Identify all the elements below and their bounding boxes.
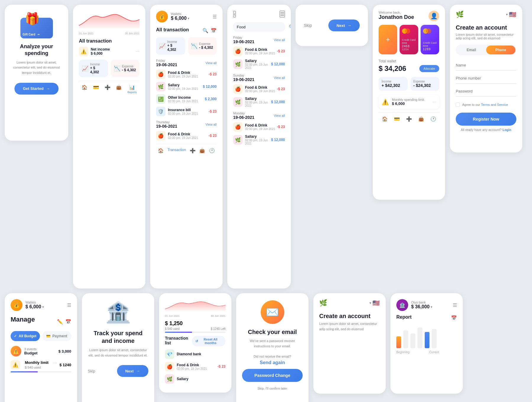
credit-card-1[interactable]: Credit Card •••• 2468 12/24 (400, 25, 418, 54)
income-summary-chip: 📈 Income + $ 4,302 (156, 37, 185, 55)
budget-left: $ 1240 Left (211, 327, 226, 330)
brand-header: 🌿 ▾ 🇺🇸 (456, 11, 516, 18)
all-budget-tab[interactable]: ✓ All Budget (11, 331, 40, 341)
credit-cards-row: + Credit Card •••• 2468 12/24 Credit Car… (379, 25, 439, 54)
reset-icon: ↺ (195, 339, 198, 343)
table-row: 🍎 Food & Drink 02:00 pm, 19 Jun 2021 -$ … (156, 131, 217, 140)
nav-home[interactable]: 🏠 (82, 85, 87, 94)
tab-phone[interactable]: Phone (486, 46, 516, 54)
nav-home-wallet[interactable]: 🏠 (382, 116, 388, 122)
filter-friday-header: Friday 19-06-2021 View all (233, 36, 285, 44)
search-input[interactable] (237, 25, 286, 29)
register2-desc: Lorem ipsum dolor sit amet, consectetur … (319, 321, 380, 332)
area-chart (79, 11, 140, 28)
nav-card-wallet[interactable]: 💳 (394, 116, 400, 122)
edit-button[interactable]: ✏️ (57, 319, 63, 325)
nav-clock[interactable]: 🕐 (209, 148, 215, 153)
send-again-button[interactable]: Send again (260, 360, 285, 365)
next-button[interactable]: Next → (328, 20, 360, 31)
warning-icon: ⚠️ (382, 98, 389, 106)
search-button[interactable]: 🔍 (202, 28, 208, 33)
nav-transaction[interactable]: Transaction (168, 148, 186, 153)
view-all-thursday[interactable]: View all (205, 123, 217, 126)
nav-wallet-wallet[interactable]: 👜 (418, 116, 424, 122)
report-calendar-button[interactable]: 📅 (451, 315, 457, 321)
monthly-more-icon[interactable]: ··· (53, 360, 57, 366)
name-field[interactable] (456, 60, 516, 71)
expense-stat-chip: Expense - $24,302 (411, 77, 439, 91)
check-email-panel: ✉️ Check your email We've sent a passwor… (236, 293, 309, 402)
filter-header: ‹ ☰ (233, 11, 285, 17)
nav-clock-wallet[interactable]: 🕐 (430, 116, 436, 122)
summary-row: 📈 Income + $ 4,302 📉 Expense - $ 4,302 (156, 37, 217, 55)
all-transactions-panel: 01 Jun 2021 30 Jun 2021 All transaction … (73, 5, 145, 288)
register2-title: Create an account (319, 313, 380, 320)
txn-list-header: All transaction (79, 38, 140, 44)
nav-add-2[interactable]: ➕ (190, 148, 196, 153)
card-icon: 💳 (93, 85, 99, 90)
food-drink-thu-icon: 🍎 (156, 131, 166, 140)
list-item: 🍎 Food & Drink 02:00 pm, 19 Jun 2021 -$ … (233, 84, 285, 94)
credit-card-2[interactable]: Credit Card •••• 1289 (421, 25, 439, 54)
total-wallet-section: Total wallet $ 34,206 Allocate (379, 59, 439, 73)
nav-add[interactable]: ➕ (105, 85, 111, 94)
thursday-header: Thursday 19-06-2021 View all (156, 120, 217, 129)
nav-reports[interactable]: 📊Reports (127, 85, 137, 94)
login-link[interactable]: Login (502, 128, 511, 132)
nav-wallet-2[interactable]: 👜 (199, 148, 205, 153)
expense-chip: 📉 Expense - $ 4,302 (111, 60, 140, 77)
phone-field[interactable] (456, 73, 516, 84)
full-transactions-panel: 💰 Wallets $ 6,000 ▾ ☰ All transaction 🔍 … (150, 5, 223, 288)
manage-calendar-button[interactable]: 📅 (65, 319, 71, 325)
get-started-button[interactable]: Get Started → (14, 83, 58, 95)
menu-icon[interactable]: ☰ (213, 14, 217, 20)
list-item: 🌿 Sallary 02:00 pm, 19 Jun 2021 $ 12,000 (233, 134, 285, 145)
list-item: 🍎 Food & Drink 02:00 pm, 19 Jun 2021 -$ … (233, 46, 285, 56)
tab-email[interactable]: Email (457, 46, 486, 54)
report-menu-icon[interactable]: ☰ (453, 302, 457, 308)
view-all-friday[interactable]: View all (205, 61, 217, 65)
hamburger-button[interactable]: ☰ (280, 11, 285, 17)
home2-icon: 🏠 (158, 148, 164, 153)
allocate-button[interactable]: Allocate (419, 65, 439, 72)
nav-wallet[interactable]: 👜 (116, 85, 122, 94)
password-field[interactable] (456, 86, 516, 97)
filter-view-all-mon[interactable]: View all (274, 114, 285, 117)
calendar-button[interactable]: 📅 (211, 28, 217, 33)
reset-all-button[interactable]: ↺ Reset All months (192, 336, 226, 346)
food-filter-panel: ‹ ☰ 🔍 📅 Friday 19-06-2021 View all 🍎 Foo… (227, 5, 291, 288)
analyze-desc: Lorem ipsum dolor sit amet, consectetur … (11, 60, 62, 76)
report-chart (396, 325, 457, 348)
skip-confirm-button[interactable]: Skip, I'll confirm later (257, 387, 287, 390)
track-next-button[interactable]: Next → (117, 365, 148, 377)
sun-sallary-icon: 🌿 (233, 97, 243, 107)
user-name: Jonathon Doe (379, 14, 414, 20)
list-item: 🌿 Sallary (165, 374, 226, 384)
add-card-icon: + (386, 35, 390, 44)
skip-button[interactable]: Skip (304, 23, 312, 28)
back-button[interactable]: ‹ (233, 11, 236, 17)
nav-home-2[interactable]: 🏠 (158, 148, 164, 153)
terms-link[interactable]: Terms and Service (481, 103, 508, 106)
manage-menu-icon[interactable]: ☰ (67, 302, 71, 308)
terms-checkbox[interactable] (456, 103, 460, 107)
password-change-button[interactable]: Password Change (242, 369, 303, 382)
budget-item: ⚠️ 3 events Budget $ 3,000 (11, 346, 71, 356)
track-spend-panel: 🏦 Track your spend and income Lorem ipsu… (82, 293, 154, 402)
chart-dates: 01 Jun 2021 30 Jun 2021 (79, 32, 140, 35)
wallet-header: 💰 Wallets $ 6,000 ▾ ☰ (156, 11, 217, 22)
report-panel: 🏦 Olyo bank $ 36,000 ▾ ☰ Report 📅 Beginn… (390, 293, 463, 394)
filter-view-all-sun[interactable]: View all (274, 76, 285, 80)
register-button[interactable]: Register Now (456, 113, 516, 126)
add-card-button[interactable]: + (379, 25, 397, 54)
more-dots-icon[interactable]: ··· (136, 49, 140, 54)
track-skip-button[interactable]: Skip (88, 369, 95, 373)
nav-card[interactable]: 💳 (93, 85, 99, 94)
nav-add-wallet[interactable]: ➕ (406, 116, 412, 122)
filter-view-all-fri[interactable]: View all (274, 38, 285, 42)
more-options-icon[interactable]: ··· (432, 99, 436, 105)
budget-amount: $ 1,250 (165, 320, 183, 327)
table-row: 🛡️ Insurance bill 02:00 pm, 19 Jun 2021 … (156, 107, 217, 116)
wallet2-icon: 👜 (199, 148, 205, 153)
payment-tab[interactable]: 💳 Payment (42, 331, 72, 341)
